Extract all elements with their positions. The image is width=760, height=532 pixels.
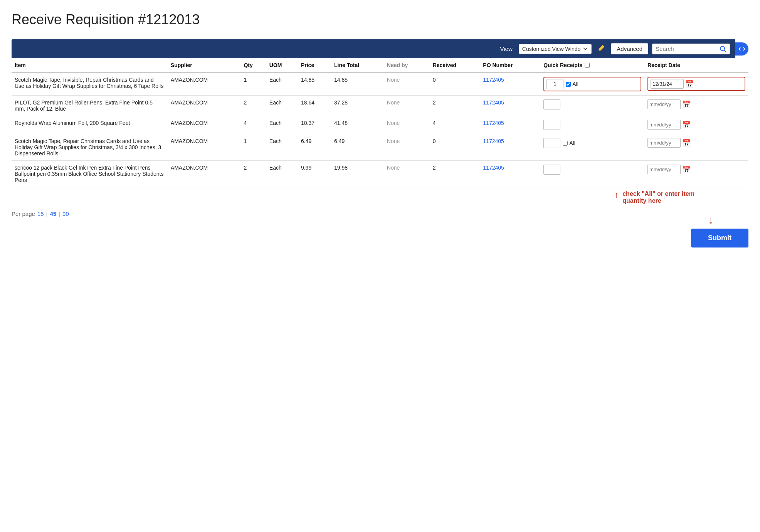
- cell-uom: Each: [266, 161, 298, 187]
- search-icon: [720, 45, 726, 52]
- cell-qty: 4: [240, 116, 266, 134]
- cell-quickreceipts: [540, 116, 644, 134]
- all-label: All: [572, 81, 578, 87]
- cell-received: 4: [430, 116, 480, 134]
- cell-qty: 2: [240, 161, 266, 187]
- cell-price: 18.64: [298, 96, 331, 116]
- cell-ponumber: 1172405: [480, 116, 540, 134]
- cell-linetotal: 14.85: [331, 72, 384, 96]
- per-page-90[interactable]: 90: [62, 210, 69, 217]
- quick-receipt-qty-input[interactable]: [543, 165, 560, 175]
- col-header-receiptdate: Receipt Date: [644, 58, 748, 72]
- receipt-date-input[interactable]: [647, 165, 681, 174]
- po-number-link[interactable]: 1172405: [483, 120, 504, 126]
- cell-linetotal: 37.28: [331, 96, 384, 116]
- cell-price: 10.37: [298, 116, 331, 134]
- calendar-icon[interactable]: 📅: [682, 100, 691, 109]
- col-header-qty: Qty: [240, 58, 266, 72]
- cell-receiptdate: 📅: [644, 161, 748, 187]
- table-row: Scotch Magic Tape, Invisible, Repair Chr…: [12, 72, 748, 96]
- cell-qty: 1: [240, 72, 266, 96]
- cell-qty: 1: [240, 134, 266, 161]
- table-row: Reynolds Wrap Aluminum Foil, 200 Square …: [12, 116, 748, 134]
- quick-receipts-label: Quick Receipts: [543, 62, 582, 68]
- submit-button[interactable]: Submit: [691, 229, 748, 247]
- cell-receiptdate: 📅: [644, 72, 748, 96]
- quick-receipts-header-checkbox[interactable]: [585, 63, 590, 68]
- po-number-link[interactable]: 1172405: [483, 77, 504, 83]
- receipt-date-input[interactable]: [647, 99, 681, 109]
- cell-uom: Each: [266, 116, 298, 134]
- col-header-ponumber: PO Number: [480, 58, 540, 72]
- po-number-link[interactable]: 1172405: [483, 138, 504, 144]
- calendar-icon[interactable]: 📅: [682, 121, 691, 129]
- po-number-link[interactable]: 1172405: [483, 165, 504, 171]
- pencil-icon: [597, 44, 605, 52]
- cell-item: Scotch Magic Tape, Invisible, Repair Chr…: [12, 72, 168, 96]
- table-row: Scotch Magic Tape, Repair Christmas Card…: [12, 134, 748, 161]
- cell-ponumber: 1172405: [480, 161, 540, 187]
- cell-item: Reynolds Wrap Aluminum Foil, 200 Square …: [12, 116, 168, 134]
- pagination: Per page 15 | 45 | 90: [12, 210, 748, 217]
- receipt-date-input[interactable]: [647, 120, 681, 130]
- cell-receiptdate: 📅: [644, 116, 748, 134]
- cell-supplier: AMAZON.COM: [168, 72, 241, 96]
- page-title: Receive Requisition #1212013: [12, 12, 748, 28]
- calendar-icon[interactable]: 📅: [685, 80, 694, 88]
- nav-arrow-icon: [738, 45, 745, 52]
- cell-linetotal: 6.49: [331, 134, 384, 161]
- annotation-arrow-icon: ↑: [614, 190, 619, 199]
- cell-needby: None: [384, 96, 430, 116]
- per-page-15[interactable]: 15: [37, 210, 44, 217]
- cell-needby: None: [384, 72, 430, 96]
- col-header-quickreceipts: Quick Receipts: [540, 58, 644, 72]
- col-header-received: Received: [430, 58, 480, 72]
- all-checkbox[interactable]: [563, 141, 568, 146]
- chevron-down-icon: [583, 46, 588, 52]
- cell-linetotal: 19.98: [331, 161, 384, 187]
- cell-supplier: AMAZON.COM: [168, 116, 241, 134]
- cell-supplier: AMAZON.COM: [168, 96, 241, 116]
- quick-receipt-qty-input[interactable]: [543, 99, 560, 109]
- cell-received: 0: [430, 72, 480, 96]
- po-number-link[interactable]: 1172405: [483, 99, 504, 106]
- quick-receipt-qty-input[interactable]: [543, 120, 560, 130]
- cell-item: Scotch Magic Tape, Repair Christmas Card…: [12, 134, 168, 161]
- all-label: All: [569, 140, 575, 146]
- svg-point-0: [720, 46, 725, 51]
- submit-area: ↓ Submit: [12, 229, 748, 247]
- quick-receipt-qty-input[interactable]: [543, 138, 560, 148]
- per-page-45[interactable]: 45: [50, 210, 56, 217]
- quick-receipt-qty-input[interactable]: [546, 79, 563, 89]
- edit-button[interactable]: [595, 42, 607, 55]
- receipt-date-input[interactable]: [651, 79, 684, 89]
- cell-ponumber: 1172405: [480, 96, 540, 116]
- cell-quickreceipts: All: [540, 134, 644, 161]
- all-checkbox[interactable]: [566, 82, 571, 87]
- view-select[interactable]: Customized View Windo: [519, 44, 592, 54]
- receipt-date-input[interactable]: [647, 138, 681, 148]
- cell-price: 9.99: [298, 161, 331, 187]
- cell-price: 6.49: [298, 134, 331, 161]
- cell-received: 0: [430, 134, 480, 161]
- cell-quickreceipts: [540, 161, 644, 187]
- cell-uom: Each: [266, 134, 298, 161]
- cell-linetotal: 41.48: [331, 116, 384, 134]
- cell-quickreceipts: All: [540, 72, 644, 96]
- nav-arrow-button[interactable]: [735, 42, 748, 56]
- cell-uom: Each: [266, 96, 298, 116]
- search-input[interactable]: [656, 45, 717, 52]
- cell-item: PILOT, G2 Premium Gel Roller Pens, Extra…: [12, 96, 168, 116]
- search-wrap: [652, 44, 730, 54]
- col-header-uom: UOM: [266, 58, 298, 72]
- calendar-icon[interactable]: 📅: [682, 139, 691, 147]
- advanced-button[interactable]: Advanced: [611, 43, 648, 54]
- cell-ponumber: 1172405: [480, 134, 540, 161]
- annotation-text: check "All" or enter itemquantity here: [622, 190, 694, 204]
- sep1: |: [46, 210, 48, 217]
- per-page-label: Per page: [12, 210, 35, 217]
- cell-receiptdate: 📅: [644, 134, 748, 161]
- col-header-needby: Need by: [384, 58, 430, 72]
- cell-needby: None: [384, 116, 430, 134]
- calendar-icon[interactable]: 📅: [682, 165, 691, 174]
